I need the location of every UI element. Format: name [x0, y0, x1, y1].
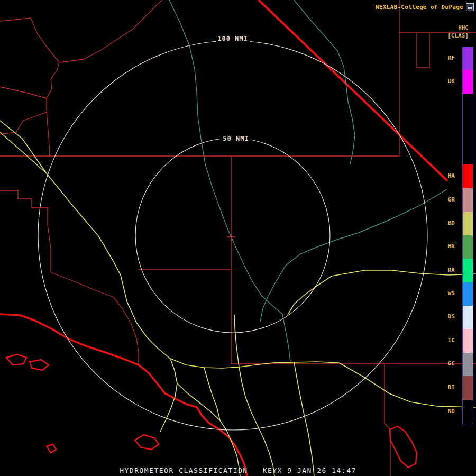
classification-colorbar [462, 47, 473, 424]
legend-swatch-RA [463, 259, 473, 282]
legend-swatch-GR [463, 188, 473, 212]
legend-label-HR: HR [448, 243, 455, 250]
cod-logo-icon [466, 3, 474, 11]
product-mode-label: [CLAS] [447, 32, 469, 39]
legend-label-HA: HA [448, 172, 455, 180]
rivers [169, 0, 447, 362]
legend-swatch-ND [463, 400, 473, 424]
legend-label-RF: RF [448, 54, 455, 62]
radar-site-marker [227, 233, 235, 241]
legend-label-GR: GR [448, 196, 455, 204]
coastline-and-islands [0, 314, 417, 476]
range-rings [38, 41, 427, 430]
legend-swatch-WS [463, 282, 473, 306]
legend-label-BI: BI [448, 384, 455, 391]
legend-swatch-gap [463, 94, 473, 164]
status-bar: HYDROMETEOR CLASSIFICATION - KEYX 9 JAN … [120, 466, 356, 474]
header: NEXLAB-College of DuPage [376, 3, 474, 11]
legend-swatch-UK [463, 70, 473, 94]
legend-swatch-HR [463, 235, 473, 259]
legend-swatch-BI [463, 376, 473, 400]
legend-label-ND: ND [448, 408, 455, 415]
range-ring-label-50nmi: 50 NMI [221, 135, 250, 142]
legend-label-RA: RA [448, 267, 455, 274]
legend-swatch-DS [463, 306, 473, 329]
legend-swatch-HA [463, 164, 473, 188]
legend-swatch-RF [463, 47, 473, 70]
legend-label-BD: BD [448, 219, 455, 227]
page-title: NEXLAB-College of DuPage [376, 4, 463, 11]
legend-swatch-BD [463, 212, 473, 235]
legend-swatch-IC [463, 329, 473, 353]
legend-swatch-GC [463, 353, 473, 376]
product-code-label: HHC [458, 24, 469, 31]
legend-label-IC: IC [448, 337, 455, 344]
radar-display: 100 NMI 50 NMI NEXLAB-College of DuPage … [0, 0, 476, 476]
highways [0, 121, 476, 476]
legend-label-UK: UK [448, 78, 455, 85]
state-border-line [259, 0, 447, 181]
legend-label-DS: DS [448, 313, 455, 321]
range-ring-label-100nmi: 100 NMI [216, 35, 250, 42]
radar-map[interactable] [0, 0, 476, 476]
county-borders [0, 0, 476, 476]
legend-label-GC: GC [448, 360, 455, 368]
legend-label-WS: WS [448, 290, 455, 297]
